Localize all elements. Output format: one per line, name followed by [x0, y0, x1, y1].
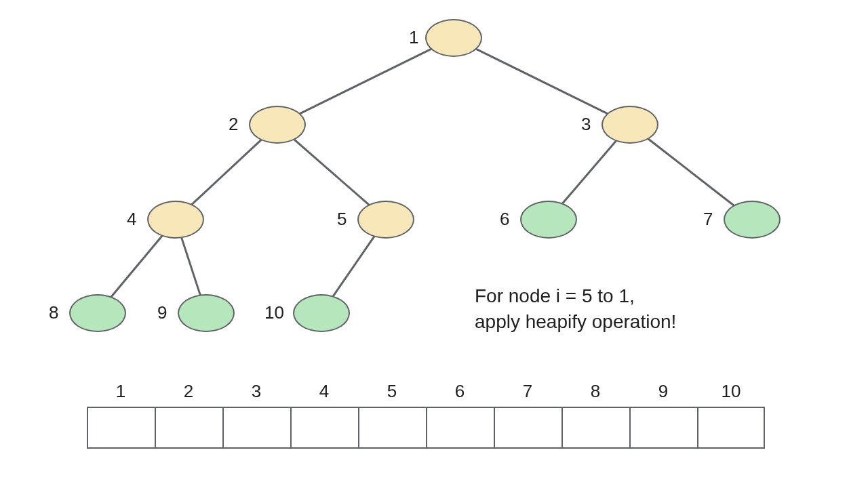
tree-edge: [294, 140, 368, 204]
caption-line-2: apply heapify operation!: [475, 311, 676, 332]
tree-edge: [182, 238, 200, 294]
tree-node-8: [69, 294, 126, 332]
tree-edge: [192, 140, 260, 204]
array-index-4: 4: [290, 381, 358, 402]
tree-node-label-1: 1: [409, 27, 418, 48]
tree-edge: [648, 139, 733, 205]
tree-node-label-6: 6: [500, 209, 509, 230]
array-index-1: 1: [87, 381, 155, 402]
tree-node-9: [178, 294, 235, 332]
array-cells-row: [87, 407, 765, 449]
tree-node-10: [293, 294, 350, 332]
array-index-3: 3: [222, 381, 290, 402]
tree-node-5: [357, 201, 414, 239]
tree-node-label-4: 4: [127, 209, 136, 230]
tree-edge: [563, 141, 616, 203]
array-index-6: 6: [426, 381, 494, 402]
array-index-7: 7: [494, 381, 561, 402]
tree-node-label-10: 10: [264, 302, 284, 323]
array-cell-1: [87, 407, 155, 449]
caption-line-1: For node i = 5 to 1,: [475, 285, 635, 306]
array-cell-7: [494, 407, 561, 449]
tree-node-label-3: 3: [581, 114, 591, 135]
array-cell-3: [222, 407, 290, 449]
tree-node-label-9: 9: [157, 302, 167, 323]
array-index-9: 9: [629, 381, 697, 402]
tree-node-3: [601, 106, 658, 144]
tree-node-label-7: 7: [703, 209, 713, 230]
tree-edge: [477, 49, 607, 114]
tree-node-1: [425, 19, 482, 57]
array-index-8: 8: [561, 381, 629, 402]
tree-node-6: [520, 201, 577, 239]
tree-edge: [111, 236, 161, 296]
tree-node-7: [724, 201, 781, 239]
array-cell-6: [426, 407, 494, 449]
tree-node-4: [147, 201, 204, 239]
tree-node-label-8: 8: [49, 302, 58, 323]
array-cell-10: [697, 407, 765, 449]
array-cell-9: [629, 407, 697, 449]
array-index-2: 2: [155, 381, 222, 402]
array-index-10: 10: [697, 381, 765, 402]
diagram-stage: 12345678910 For node i = 5 to 1, apply h…: [0, 0, 868, 488]
array-index-5: 5: [358, 381, 426, 402]
caption-text: For node i = 5 to 1, apply heapify opera…: [475, 283, 676, 335]
tree-edge: [334, 237, 374, 296]
tree-node-label-2: 2: [229, 114, 238, 135]
array-cell-2: [155, 407, 222, 449]
array-cell-8: [561, 407, 629, 449]
array-cell-4: [290, 407, 358, 449]
array-cell-5: [358, 407, 426, 449]
array-indices-row: 12345678910: [87, 381, 765, 402]
tree-edge: [300, 49, 431, 114]
tree-node-label-5: 5: [337, 209, 347, 230]
tree-node-2: [249, 106, 306, 144]
